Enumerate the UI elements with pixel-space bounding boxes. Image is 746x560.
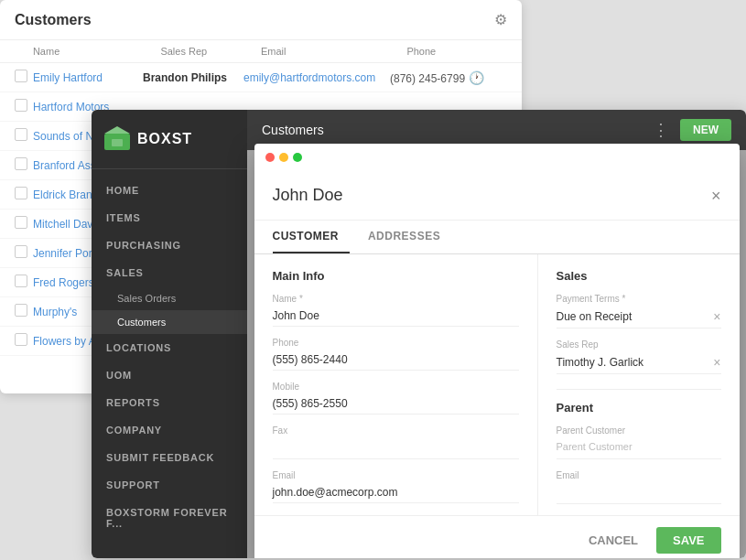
email-value[interactable]: john.doe@acmecorp.com [273,482,519,503]
row-checkbox[interactable] [15,99,27,112]
row-checkbox[interactable] [15,245,27,258]
field-parent-customer: Parent Customer Parent Customer [557,425,721,459]
sidebar-sub-item[interactable]: Customers [92,310,247,334]
sales-rep-clear-icon[interactable]: × [713,355,720,370]
sidebar: BOXST HOMEITEMSPURCHASINGSALESSales Orde… [92,110,247,558]
sidebar-nav-item[interactable]: PURCHASING [92,232,247,259]
sidebar-nav-item[interactable]: REPORTS [92,389,247,416]
more-options-icon[interactable]: ⋮ [653,120,669,140]
name-value[interactable]: John Doe [273,306,519,327]
cancel-button[interactable]: CANCEL [578,527,649,554]
logo-text: BOXST [137,131,192,147]
svg-rect-2 [112,139,123,146]
topbar-actions: ⋮ NEW [653,119,731,141]
modal-close-button[interactable]: × [711,188,721,204]
sidebar-nav-item[interactable]: HOME [92,177,247,204]
maximize-traffic-light[interactable] [293,153,302,162]
col-header-email: Email [261,46,406,57]
field-payment-terms: Payment Terms * Due on Receipt × [557,294,721,328]
modal-title: John Doe [273,186,343,205]
row-email: emily@hartfordmotors.com [243,71,390,84]
sidebar-nav-item[interactable]: SUBMIT FEEDBACK [92,444,247,471]
traffic-lights [254,144,740,171]
parent-customer-label: Parent Customer [557,425,721,436]
row-checkbox[interactable] [15,333,27,346]
sidebar-nav-item[interactable]: SUPPORT [92,471,247,499]
sidebar-nav-item[interactable]: LOCATIONS [92,334,247,361]
col-header-phone: Phone [406,46,507,57]
sidebar-nav-item[interactable]: COMPANY [92,416,247,444]
fax-label: Fax [273,425,519,436]
tab-addresses[interactable]: ADDRESSES [368,221,451,253]
sales-title: Sales [557,269,721,283]
payment-terms-chip[interactable]: Due on Receipt × [557,306,721,328]
phone-label: Phone [273,338,519,348]
row-checkbox[interactable] [15,275,27,287]
field-phone: Phone (555) 865-2440 [273,338,519,371]
modal-left-panel: Main Info Name * John Doe Phone (555) 86… [254,254,538,515]
sales-rep-value: Timothy J. Garlick [557,356,644,369]
row-checkbox[interactable] [15,157,27,170]
modal-tabs: CUSTOMER ADDRESSES [254,221,740,254]
tab-customer[interactable]: CUSTOMER [273,221,350,253]
name-label: Name * [273,294,519,304]
save-button[interactable]: SAVE [656,527,720,554]
row-checkbox[interactable] [15,216,27,229]
modal-right-panel: Sales Payment Terms * Due on Receipt × S… [538,254,740,515]
bg-table-header: Name Sales Rep Email Phone [0,40,522,63]
clock-icon: 🕐 [469,70,484,85]
sidebar-logo: BOXST [92,110,247,169]
payment-terms-value: Due on Receipt [557,310,632,323]
field-sales-rep: Sales Rep Timothy J. Garlick × [557,339,721,374]
field-name: Name * John Doe [273,294,519,327]
field-fax: Fax [273,425,519,459]
modal-overlay: John Doe × CUSTOMER ADDRESSES Main Info … [247,150,746,558]
parent-title: Parent [557,401,721,415]
new-button[interactable]: NEW [680,119,731,141]
field-mobile: Mobile (555) 865-2550 [273,382,519,415]
sidebar-nav-item[interactable]: BOXSTORM FOREVER F... [92,499,247,537]
logo-icon [103,124,132,154]
row-sales-rep: Brandon Philips [143,71,243,84]
main-app-window: BOXST HOMEITEMSPURCHASINGSALESSales Orde… [92,110,746,558]
minimize-traffic-light[interactable] [279,153,288,162]
sidebar-nav-item[interactable]: SALES [92,259,247,286]
sales-rep-label: Sales Rep [557,339,721,350]
close-traffic-light[interactable] [265,153,275,162]
payment-terms-clear-icon[interactable]: × [713,309,720,324]
payment-terms-label: Payment Terms * [557,294,721,304]
svg-marker-1 [104,126,130,134]
bg-app-title: Customers [15,12,92,28]
sidebar-nav-item[interactable]: UOM [92,361,247,389]
bg-table-row[interactable]: Emily Hartford Brandon Philips emily@har… [0,63,522,92]
parent-customer-value[interactable]: Parent Customer [557,437,721,459]
sidebar-sub-item[interactable]: Sales Orders [92,286,247,310]
main-content: Customers ⋮ NEW ⚙ 9 of 9 ‹ › [247,110,746,558]
modal-footer: CANCEL SAVE [254,515,740,558]
modal-header: John Doe × [254,171,740,221]
parent-email-label: Email [557,470,721,480]
mobile-value[interactable]: (555) 865-2550 [273,393,519,415]
topbar-title: Customers [262,123,324,137]
sales-rep-chip[interactable]: Timothy J. Garlick × [557,351,721,374]
fax-value[interactable] [273,437,519,459]
row-checkbox[interactable] [15,187,27,199]
customer-modal: John Doe × CUSTOMER ADDRESSES Main Info … [254,144,740,558]
main-body: ⚙ 9 of 9 ‹ › John Doe × [247,150,746,558]
bg-gear-icon[interactable]: ⚙ [494,11,507,28]
phone-value[interactable]: (555) 865-2440 [273,350,519,371]
parent-email-value[interactable] [557,482,721,504]
row-checkbox[interactable] [15,70,27,82]
row-name: Emily Hartford [33,71,143,84]
row-phone: (876) 245-6799🕐 [390,70,491,85]
sidebar-nav-item[interactable]: ITEMS [92,204,247,232]
mobile-label: Mobile [273,382,519,392]
email-label: Email [273,470,519,480]
row-checkbox[interactable] [15,128,27,141]
row-checkbox[interactable] [15,304,27,317]
main-info-title: Main Info [273,269,519,283]
field-email: Email john.doe@acmecorp.com [273,470,519,503]
sidebar-nav: HOMEITEMSPURCHASINGSALESSales OrdersCust… [92,169,247,558]
field-parent-email: Email [557,470,721,504]
modal-body: Main Info Name * John Doe Phone (555) 86… [254,254,740,515]
